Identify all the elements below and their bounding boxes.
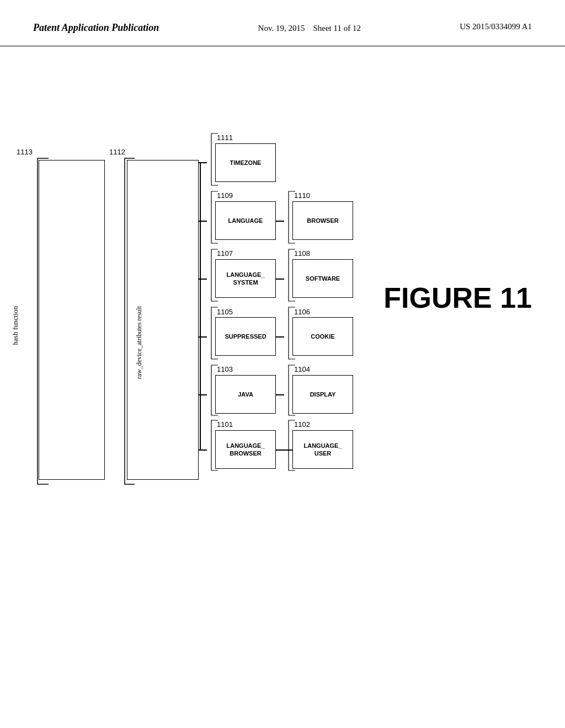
ref-1110: 1110 bbox=[294, 191, 310, 200]
bracket-1103 bbox=[207, 364, 219, 416]
bracket-1104 bbox=[284, 364, 296, 416]
attr-box-1103: JAVA bbox=[215, 375, 276, 414]
attr-label-1109: LANGUAGE bbox=[228, 217, 263, 224]
ref-1105: 1105 bbox=[217, 308, 233, 316]
figure-label: FIGURE 11 bbox=[383, 281, 532, 314]
publication-title: Patent Application Publication bbox=[33, 22, 159, 34]
ref-1107: 1107 bbox=[217, 249, 233, 258]
attr-box-1105: SUPPRESSED bbox=[215, 317, 276, 356]
ref-1113-label: 1113 bbox=[17, 148, 33, 156]
attr-label-1104: DISPLAY bbox=[310, 390, 336, 398]
bracket-1110 bbox=[284, 190, 296, 244]
ref-1111: 1111 bbox=[217, 133, 233, 142]
raw-device-label: raw_device_atributes result bbox=[135, 306, 143, 379]
patent-number: US 2015/0334099 A1 bbox=[460, 22, 532, 31]
ref-1104: 1104 bbox=[294, 365, 310, 373]
spine-line bbox=[200, 162, 201, 451]
figure-diagram: FIGURE 11 1113 1112 hash function raw_de… bbox=[0, 88, 565, 667]
bracket-1105 bbox=[207, 306, 219, 360]
ref-1109: 1109 bbox=[217, 191, 233, 200]
attr-box-1109: LANGUAGE bbox=[215, 201, 276, 240]
connector-1101-1102 bbox=[276, 449, 292, 451]
publication-info: Nov. 19, 2015 Sheet 11 of 12 bbox=[258, 22, 361, 35]
attr-box-1107: LANGUAGE_SYSTEM bbox=[215, 259, 276, 298]
bracket-1108 bbox=[284, 248, 296, 302]
bracket-1107 bbox=[207, 248, 219, 302]
connector-1103-1104 bbox=[276, 394, 284, 395]
attr-label-1107: LANGUAGE_SYSTEM bbox=[226, 271, 264, 287]
attr-label-1101: LANGUAGE_BROWSER bbox=[226, 442, 264, 458]
bracket-1106 bbox=[284, 306, 296, 360]
attr-box-1104: DISPLAY bbox=[292, 375, 353, 414]
ref-1106: 1106 bbox=[294, 308, 310, 316]
publication-date: Nov. 19, 2015 bbox=[258, 24, 305, 33]
ref-1103: 1103 bbox=[217, 365, 233, 373]
attr-label-1110: BROWSER bbox=[307, 217, 338, 224]
ref-1102: 1102 bbox=[294, 420, 310, 429]
attr-box-1110: BROWSER bbox=[292, 201, 353, 240]
hash-function-label: hash function bbox=[11, 306, 20, 345]
connector-1105-1106 bbox=[276, 336, 284, 338]
attr-box-1106: COOKIE bbox=[292, 317, 353, 356]
attr-box-1102: LANGUAGE_USER bbox=[292, 430, 353, 469]
attr-label-1106: COOKIE bbox=[311, 333, 334, 340]
connector-1107-1108 bbox=[276, 279, 284, 280]
bracket-1109 bbox=[207, 190, 219, 244]
attr-label-1103: JAVA bbox=[238, 390, 253, 398]
attr-label-1102: LANGUAGE_USER bbox=[303, 442, 342, 458]
ref-1101: 1101 bbox=[217, 420, 233, 429]
sheet-info: Sheet 11 of 12 bbox=[313, 24, 361, 33]
page-header: Patent Application Publication Nov. 19, … bbox=[0, 0, 565, 46]
attr-box-1108: SOFTWARE bbox=[292, 259, 353, 298]
ref-1112-label: 1112 bbox=[109, 148, 125, 156]
bracket-1101 bbox=[207, 419, 219, 472]
attr-box-1111: TIMEZONE bbox=[215, 143, 276, 182]
hash-function-box bbox=[39, 160, 105, 480]
attr-box-1101: LANGUAGE_BROWSER bbox=[215, 430, 276, 469]
attr-label-1108: SOFTWARE bbox=[306, 275, 340, 282]
bracket-1111 bbox=[207, 132, 219, 186]
connector-1109-1110 bbox=[276, 221, 284, 222]
bracket-1102 bbox=[284, 419, 296, 472]
ref-1108: 1108 bbox=[294, 249, 310, 258]
attr-label-1111: TIMEZONE bbox=[230, 159, 262, 167]
attr-label-1105: SUPPRESSED bbox=[225, 333, 266, 340]
